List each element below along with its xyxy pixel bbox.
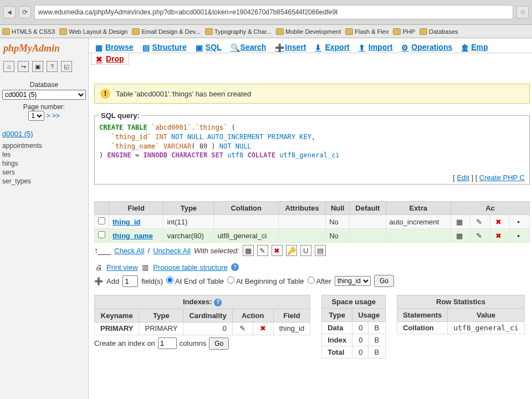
index-selected-icon[interactable]: ▤	[315, 245, 326, 256]
col-null: Null	[326, 202, 350, 215]
bookmark-item[interactable]: Typography & Char...	[205, 28, 272, 35]
sql-query-icon[interactable]: ▣	[32, 61, 43, 72]
tab-insert[interactable]: ➕Insert	[270, 40, 310, 53]
tab-operations[interactable]: ⚙Operations	[397, 40, 457, 53]
more-icon[interactable]: ▪	[513, 231, 523, 241]
bookmark-item[interactable]: PHP	[393, 28, 415, 35]
up-arrow-icon: ↑___	[94, 246, 111, 255]
table-list: appointments les hings sers ser_types	[2, 141, 86, 186]
table-item[interactable]: sers	[2, 168, 86, 177]
drop-icon[interactable]: ✖	[494, 231, 504, 241]
table-row: thing_id int(11) No auto_increment ▦ ✎ ✖…	[95, 215, 530, 229]
primary-selected-icon[interactable]: 🔑	[286, 245, 297, 256]
radio-after[interactable]	[308, 277, 315, 284]
database-label: Database	[2, 81, 86, 89]
sql-legend: SQL query:	[99, 111, 141, 120]
bookmark-item[interactable]: Mobile Development	[276, 28, 341, 35]
row-checkbox[interactable]	[98, 217, 105, 224]
page-number-label: Page number:	[23, 103, 65, 111]
success-text: Table 'abcd0001'.'things' has been creat…	[116, 90, 251, 98]
tab-structure[interactable]: ▤Structure	[138, 40, 191, 53]
folder-icon	[345, 28, 353, 35]
bookmark-item[interactable]: Databases	[420, 28, 458, 35]
field-link[interactable]: thing_name	[112, 232, 153, 240]
indexes-caption: Indexes: ?	[94, 295, 310, 309]
propose-structure-link[interactable]: Propose table structure	[153, 263, 227, 272]
col-collation: Collation	[214, 202, 279, 215]
col-type: Type	[163, 202, 214, 215]
table-item[interactable]: ser_types	[2, 177, 86, 186]
more-icon[interactable]: ▪	[513, 217, 523, 227]
print-view-link[interactable]: Print view	[106, 263, 137, 272]
sql-query-box: SQL query: CREATE TABLE `abcd0001`.`thin…	[94, 111, 530, 185]
unique-selected-icon[interactable]: U	[300, 245, 311, 256]
browse-icon: ▦	[95, 43, 103, 51]
db-link[interactable]: d0001 (5)	[2, 130, 86, 138]
url-bar[interactable]: www.edumedia.ca/phpMyAdmin/index.php?db=…	[34, 5, 513, 19]
help-icon[interactable]: ?	[231, 263, 239, 271]
tab-empty[interactable]: 🗑Emp	[457, 40, 492, 53]
bookmark-star-icon[interactable]: ☆	[516, 6, 529, 18]
sql-edit-link[interactable]: Edit	[457, 173, 469, 182]
radio-beginning[interactable]	[227, 277, 234, 284]
col-extra: Extra	[386, 202, 451, 215]
go-button[interactable]: Go	[374, 275, 394, 287]
help-icon[interactable]: ?	[214, 299, 222, 306]
tab-search[interactable]: 🔍Search	[226, 40, 271, 53]
sidebar: phpMyAdmin ⌂ ↪ ▣ ? ◱ Database cd0001 (5)…	[0, 38, 89, 399]
after-field-select[interactable]: thing_id	[335, 276, 371, 286]
drop-index-icon[interactable]: ✖	[259, 324, 268, 333]
tabs-row: ▦Browse ▤Structure ▣SQL 🔍Search ➕Insert …	[89, 38, 532, 53]
folder-icon	[393, 28, 401, 35]
folder-icon	[132, 28, 140, 35]
space-caption: Space usage	[321, 295, 386, 308]
tab-sql[interactable]: ▣SQL	[191, 40, 226, 53]
tab-import[interactable]: ⬆Import	[354, 40, 397, 53]
success-icon: !	[100, 89, 110, 99]
drop-icon[interactable]: ✖	[494, 217, 504, 227]
browse-icon[interactable]: ▦	[454, 231, 464, 241]
tab-export[interactable]: ⬇Export	[310, 40, 354, 53]
radio-end[interactable]	[166, 277, 173, 284]
reload-button[interactable]: ⟳	[19, 6, 31, 18]
field-link[interactable]: thing_id	[112, 218, 141, 226]
col-default: Default	[350, 202, 386, 215]
refresh-icon[interactable]: ◱	[61, 61, 72, 72]
row-checkbox[interactable]	[98, 231, 105, 238]
bookmark-item[interactable]: Email Design & Dev...	[132, 28, 200, 35]
edit-icon[interactable]: ✎	[474, 231, 484, 241]
browse-selected-icon[interactable]: ▦	[243, 245, 254, 256]
home-icon[interactable]: ⌂	[3, 61, 14, 72]
edit-selected-icon[interactable]: ✎	[257, 245, 268, 256]
index-go-button[interactable]: Go	[209, 337, 229, 350]
sql-createphp-link[interactable]: Create PHP C	[479, 173, 525, 182]
index-columns-input[interactable]	[158, 337, 177, 349]
uncheck-all-link[interactable]: Uncheck All	[153, 247, 191, 255]
insert-icon: ➕	[275, 43, 283, 51]
tab-browse[interactable]: ▦Browse	[91, 40, 138, 53]
col-attributes: Attributes	[279, 202, 326, 215]
table-item[interactable]: les	[2, 150, 86, 159]
edit-index-icon[interactable]: ✎	[238, 324, 247, 333]
docs-icon[interactable]: ?	[47, 61, 58, 72]
check-all-link[interactable]: Check All	[114, 247, 144, 255]
drop-selected-icon[interactable]: ✖	[272, 245, 283, 256]
add-icon: ➕	[94, 277, 103, 285]
folder-icon	[2, 28, 10, 35]
propose-icon: ▥	[141, 263, 150, 272]
import-icon: ⬆	[359, 43, 366, 51]
bookmark-item[interactable]: HTML5 & CSS3	[2, 28, 55, 35]
pager-next-link[interactable]: > >>	[46, 112, 59, 120]
table-item[interactable]: hings	[2, 159, 86, 168]
page-number-select[interactable]: 1	[28, 111, 44, 121]
database-select[interactable]: cd0001 (5)	[2, 90, 86, 100]
add-count-input[interactable]	[122, 275, 138, 287]
logout-icon[interactable]: ↪	[18, 61, 29, 72]
bookmark-item[interactable]: Flash & Flex	[345, 28, 388, 35]
bookmark-item[interactable]: Web Layout & Design	[59, 28, 127, 35]
back-button[interactable]: ◄	[3, 6, 16, 18]
browse-icon[interactable]: ▦	[454, 217, 464, 227]
edit-icon[interactable]: ✎	[474, 217, 484, 227]
tab-drop[interactable]: ✖Drop	[91, 53, 129, 65]
table-item[interactable]: appointments	[2, 141, 86, 150]
